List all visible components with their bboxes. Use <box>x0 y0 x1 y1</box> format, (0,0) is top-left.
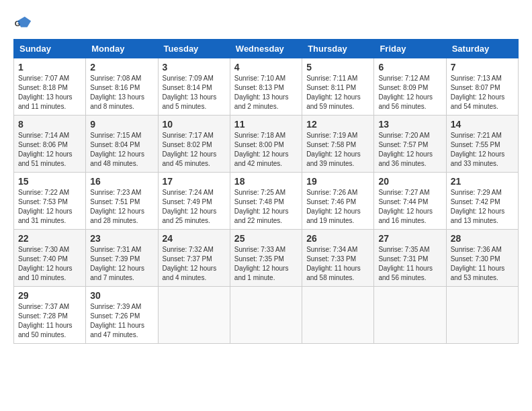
day-content: Sunrise: 7:10 AMSunset: 8:13 PMDaylight:… <box>234 74 298 111</box>
day-number: 25 <box>234 233 298 244</box>
day-number: 15 <box>18 176 81 187</box>
day-number: 1 <box>18 62 81 73</box>
weekday-header-friday: Friday <box>374 40 446 58</box>
calendar-day-29: 29Sunrise: 7:37 AMSunset: 7:28 PMDayligh… <box>14 287 86 344</box>
day-content: Sunrise: 7:18 AMSunset: 8:00 PMDaylight:… <box>234 131 298 169</box>
day-content: Sunrise: 7:35 AMSunset: 7:31 PMDaylight:… <box>378 245 441 283</box>
calendar-day-11: 11Sunrise: 7:18 AMSunset: 8:00 PMDayligh… <box>230 116 302 173</box>
logo-icon: G <box>13 13 32 32</box>
day-number: 2 <box>90 62 153 73</box>
calendar-week-5: 29Sunrise: 7:37 AMSunset: 7:28 PMDayligh… <box>14 287 519 344</box>
calendar-day-24: 24Sunrise: 7:32 AMSunset: 7:37 PMDayligh… <box>158 230 230 287</box>
calendar-day-12: 12Sunrise: 7:19 AMSunset: 7:58 PMDayligh… <box>302 116 374 173</box>
calendar-day-22: 22Sunrise: 7:30 AMSunset: 7:40 PMDayligh… <box>14 230 86 287</box>
day-content: Sunrise: 7:24 AMSunset: 7:49 PMDaylight:… <box>163 188 226 226</box>
calendar-day-1: 1Sunrise: 7:07 AMSunset: 8:18 PMDaylight… <box>14 58 86 116</box>
day-number: 20 <box>378 176 441 187</box>
calendar-day-13: 13Sunrise: 7:20 AMSunset: 7:57 PMDayligh… <box>374 116 446 173</box>
calendar-week-4: 22Sunrise: 7:30 AMSunset: 7:40 PMDayligh… <box>14 230 519 287</box>
day-number: 14 <box>451 119 514 130</box>
day-content: Sunrise: 7:13 AMSunset: 8:07 PMDaylight:… <box>451 74 514 111</box>
calendar-day-28: 28Sunrise: 7:36 AMSunset: 7:30 PMDayligh… <box>446 230 518 287</box>
day-number: 23 <box>90 233 153 244</box>
calendar-week-1: 1Sunrise: 7:07 AMSunset: 8:18 PMDaylight… <box>14 58 519 116</box>
calendar-day-6: 6Sunrise: 7:12 AMSunset: 8:09 PMDaylight… <box>374 58 446 116</box>
day-content: Sunrise: 7:34 AMSunset: 7:33 PMDaylight:… <box>306 245 369 283</box>
calendar-day-2: 2Sunrise: 7:08 AMSunset: 8:16 PMDaylight… <box>86 58 158 116</box>
day-number: 13 <box>378 119 441 130</box>
calendar-empty <box>374 287 446 344</box>
day-number: 19 <box>306 176 369 187</box>
calendar-day-25: 25Sunrise: 7:33 AMSunset: 7:35 PMDayligh… <box>230 230 302 287</box>
day-number: 9 <box>90 119 153 130</box>
weekday-header-wednesday: Wednesday <box>230 40 302 58</box>
weekday-header-sunday: Sunday <box>14 40 86 58</box>
calendar-day-18: 18Sunrise: 7:25 AMSunset: 7:48 PMDayligh… <box>230 173 302 230</box>
day-content: Sunrise: 7:39 AMSunset: 7:26 PMDaylight:… <box>90 302 153 340</box>
day-content: Sunrise: 7:07 AMSunset: 8:18 PMDaylight:… <box>18 74 81 111</box>
logo: G <box>13 13 35 32</box>
calendar-day-9: 9Sunrise: 7:15 AMSunset: 8:04 PMDaylight… <box>86 116 158 173</box>
day-number: 7 <box>451 62 514 73</box>
day-number: 26 <box>306 233 369 244</box>
day-number: 18 <box>234 176 298 187</box>
calendar-day-3: 3Sunrise: 7:09 AMSunset: 8:14 PMDaylight… <box>158 58 230 116</box>
calendar-empty <box>158 287 230 344</box>
calendar-table: SundayMondayTuesdayWednesdayThursdayFrid… <box>13 39 519 344</box>
calendar-day-14: 14Sunrise: 7:21 AMSunset: 7:55 PMDayligh… <box>446 116 518 173</box>
day-number: 17 <box>163 176 226 187</box>
calendar-empty <box>302 287 374 344</box>
calendar-day-23: 23Sunrise: 7:31 AMSunset: 7:39 PMDayligh… <box>86 230 158 287</box>
calendar-empty <box>446 287 518 344</box>
day-number: 29 <box>18 290 81 301</box>
day-content: Sunrise: 7:36 AMSunset: 7:30 PMDaylight:… <box>451 245 514 283</box>
day-content: Sunrise: 7:19 AMSunset: 7:58 PMDaylight:… <box>306 131 369 169</box>
day-content: Sunrise: 7:21 AMSunset: 7:55 PMDaylight:… <box>451 131 514 169</box>
day-number: 3 <box>163 62 226 73</box>
calendar-day-15: 15Sunrise: 7:22 AMSunset: 7:53 PMDayligh… <box>14 173 86 230</box>
day-content: Sunrise: 7:29 AMSunset: 7:42 PMDaylight:… <box>451 188 514 226</box>
day-number: 8 <box>18 119 81 130</box>
calendar-day-19: 19Sunrise: 7:26 AMSunset: 7:46 PMDayligh… <box>302 173 374 230</box>
day-content: Sunrise: 7:37 AMSunset: 7:28 PMDaylight:… <box>18 302 81 340</box>
calendar-day-7: 7Sunrise: 7:13 AMSunset: 8:07 PMDaylight… <box>446 58 518 116</box>
day-content: Sunrise: 7:09 AMSunset: 8:14 PMDaylight:… <box>163 74 226 111</box>
calendar-day-27: 27Sunrise: 7:35 AMSunset: 7:31 PMDayligh… <box>374 230 446 287</box>
day-content: Sunrise: 7:33 AMSunset: 7:35 PMDaylight:… <box>234 245 298 283</box>
calendar-day-5: 5Sunrise: 7:11 AMSunset: 8:11 PMDaylight… <box>302 58 374 116</box>
day-content: Sunrise: 7:14 AMSunset: 8:06 PMDaylight:… <box>18 131 81 169</box>
weekday-header-saturday: Saturday <box>446 40 518 58</box>
calendar-day-17: 17Sunrise: 7:24 AMSunset: 7:49 PMDayligh… <box>158 173 230 230</box>
weekday-header-monday: Monday <box>86 40 158 58</box>
day-number: 5 <box>306 62 369 73</box>
day-number: 27 <box>378 233 441 244</box>
calendar-day-16: 16Sunrise: 7:23 AMSunset: 7:51 PMDayligh… <box>86 173 158 230</box>
day-content: Sunrise: 7:20 AMSunset: 7:57 PMDaylight:… <box>378 131 441 169</box>
day-number: 10 <box>163 119 226 130</box>
day-content: Sunrise: 7:26 AMSunset: 7:46 PMDaylight:… <box>306 188 369 226</box>
weekday-header-thursday: Thursday <box>302 40 374 58</box>
day-number: 22 <box>18 233 81 244</box>
day-number: 24 <box>163 233 226 244</box>
day-number: 21 <box>451 176 514 187</box>
calendar-week-2: 8Sunrise: 7:14 AMSunset: 8:06 PMDaylight… <box>14 116 519 173</box>
calendar-day-26: 26Sunrise: 7:34 AMSunset: 7:33 PMDayligh… <box>302 230 374 287</box>
day-number: 11 <box>234 119 298 130</box>
page-header: G <box>13 13 519 32</box>
calendar-day-30: 30Sunrise: 7:39 AMSunset: 7:26 PMDayligh… <box>86 287 158 344</box>
day-content: Sunrise: 7:23 AMSunset: 7:51 PMDaylight:… <box>90 188 153 226</box>
calendar-day-4: 4Sunrise: 7:10 AMSunset: 8:13 PMDaylight… <box>230 58 302 116</box>
day-number: 16 <box>90 176 153 187</box>
day-number: 28 <box>451 233 514 244</box>
calendar-day-21: 21Sunrise: 7:29 AMSunset: 7:42 PMDayligh… <box>446 173 518 230</box>
day-content: Sunrise: 7:11 AMSunset: 8:11 PMDaylight:… <box>306 74 369 111</box>
day-content: Sunrise: 7:32 AMSunset: 7:37 PMDaylight:… <box>163 245 226 283</box>
calendar-empty <box>230 287 302 344</box>
day-content: Sunrise: 7:25 AMSunset: 7:48 PMDaylight:… <box>234 188 298 226</box>
day-content: Sunrise: 7:12 AMSunset: 8:09 PMDaylight:… <box>378 74 441 111</box>
calendar-week-3: 15Sunrise: 7:22 AMSunset: 7:53 PMDayligh… <box>14 173 519 230</box>
calendar-day-8: 8Sunrise: 7:14 AMSunset: 8:06 PMDaylight… <box>14 116 86 173</box>
day-content: Sunrise: 7:31 AMSunset: 7:39 PMDaylight:… <box>90 245 153 283</box>
day-content: Sunrise: 7:15 AMSunset: 8:04 PMDaylight:… <box>90 131 153 169</box>
calendar-day-10: 10Sunrise: 7:17 AMSunset: 8:02 PMDayligh… <box>158 116 230 173</box>
